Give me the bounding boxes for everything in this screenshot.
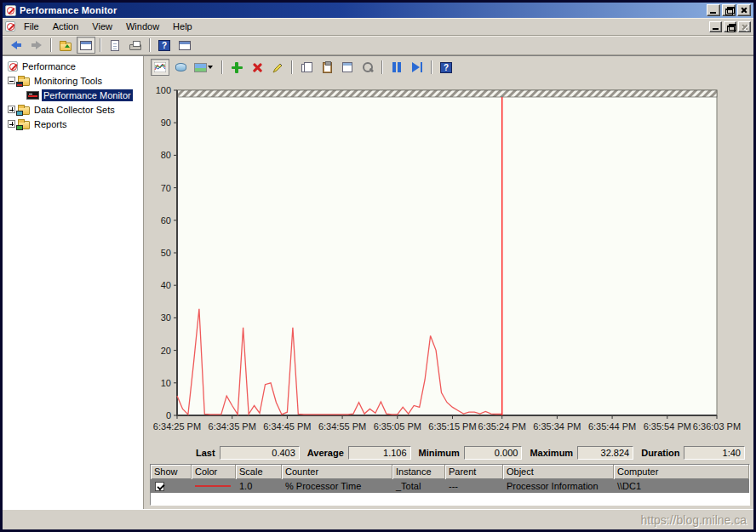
svg-text:0: 0 xyxy=(166,410,171,420)
column-header-scale[interactable]: Scale xyxy=(236,465,282,479)
folder-monitoring-tools-icon xyxy=(18,77,30,86)
svg-text:6:35:05 PM: 6:35:05 PM xyxy=(374,421,421,432)
sidebar-item-label: Performance xyxy=(20,60,77,72)
column-header-computer[interactable]: Computer xyxy=(614,465,749,479)
mdi-minimize-button[interactable] xyxy=(709,21,722,32)
column-header-color[interactable]: Color xyxy=(192,465,236,479)
sidebar-item-performance[interactable]: Performance xyxy=(3,59,143,73)
counter-legend: Show Color Scale Counter Instance Parent… xyxy=(150,464,750,506)
delete-counter-icon[interactable] xyxy=(248,59,266,76)
menu-help[interactable]: Help xyxy=(166,19,199,34)
counter-object-cell: Processor Information xyxy=(503,479,614,493)
toolbar-separator xyxy=(100,38,101,52)
window-controls xyxy=(707,4,751,16)
legend-header: Show Color Scale Counter Instance Parent… xyxy=(151,465,749,479)
svg-text:6:36:03 PM: 6:36:03 PM xyxy=(693,421,741,432)
column-header-instance[interactable]: Instance xyxy=(392,465,445,479)
counter-name-cell: % Processor Time xyxy=(282,479,392,493)
copy-properties-icon[interactable] xyxy=(297,59,316,76)
svg-text:70: 70 xyxy=(161,183,171,193)
chart-help-icon[interactable] xyxy=(437,59,455,76)
properties-icon[interactable] xyxy=(338,59,357,76)
menu-action[interactable]: Action xyxy=(46,19,86,34)
view-log-data-icon[interactable] xyxy=(171,59,190,76)
folder-data-collector-sets-icon xyxy=(18,106,30,115)
column-header-object[interactable]: Object xyxy=(503,465,614,479)
svg-text:100: 100 xyxy=(156,85,171,95)
paste-counter-list-icon[interactable] xyxy=(318,59,336,76)
sidebar-item-data-collector-sets[interactable]: Data Collector Sets xyxy=(3,102,143,117)
zoom-icon[interactable] xyxy=(358,59,377,76)
svg-text:90: 90 xyxy=(161,117,171,128)
mdi-close-button xyxy=(738,21,751,32)
window-title: Performance Monitor xyxy=(20,5,703,15)
freeze-display-icon[interactable] xyxy=(387,59,406,76)
watermark-text: https://blog.milne.ca xyxy=(640,513,747,527)
svg-text:6:35:34 PM: 6:35:34 PM xyxy=(533,421,581,432)
status-strip: https://blog.milne.ca xyxy=(3,509,753,529)
svg-text:10: 10 xyxy=(161,378,171,388)
svg-text:40: 40 xyxy=(161,280,171,290)
performance-monitor-window: Performance Monitor File Action View Win… xyxy=(0,0,756,532)
folder-reports-icon xyxy=(18,121,30,129)
sidebar-item-reports[interactable]: Reports xyxy=(3,117,143,131)
expand-icon[interactable] xyxy=(8,106,15,113)
show-hide-action-pane-icon[interactable] xyxy=(175,37,194,54)
mdi-restore-button[interactable] xyxy=(724,21,736,32)
show-checkbox[interactable] xyxy=(155,482,164,491)
show-hide-console-tree-icon[interactable] xyxy=(77,37,95,54)
stat-value: 1:40 xyxy=(684,446,745,460)
svg-text:6:35:54 PM: 6:35:54 PM xyxy=(644,421,691,432)
svg-text:6:35:24 PM: 6:35:24 PM xyxy=(478,421,526,432)
graph-type-dropdown-icon[interactable] xyxy=(208,66,213,72)
view-current-activity-icon[interactable] xyxy=(151,59,169,76)
minimize-button[interactable] xyxy=(707,4,720,16)
up-one-level-icon[interactable] xyxy=(56,37,75,54)
column-header-parent[interactable]: Parent xyxy=(445,465,503,479)
back-icon[interactable] xyxy=(7,37,26,54)
export-list-icon[interactable] xyxy=(106,37,124,54)
svg-text:20: 20 xyxy=(161,346,171,356)
restore-button[interactable] xyxy=(722,4,736,16)
svg-text:6:34:35 PM: 6:34:35 PM xyxy=(209,421,256,432)
mdi-window-controls xyxy=(709,21,751,32)
chart-toolbar xyxy=(146,56,753,78)
stat-label: Duration xyxy=(641,448,679,458)
legend-empty-area xyxy=(151,493,749,505)
update-data-icon[interactable] xyxy=(408,59,427,76)
counter-show-cell xyxy=(151,479,192,493)
close-button[interactable] xyxy=(737,4,751,16)
expand-icon[interactable] xyxy=(8,120,15,128)
toolbar-separator xyxy=(221,60,223,74)
console-tree: Performance Monitoring Tools Performance… xyxy=(3,56,144,509)
menu-view[interactable]: View xyxy=(85,19,119,34)
change-graph-type-icon[interactable] xyxy=(192,59,217,76)
title-bar: Performance Monitor xyxy=(3,3,753,18)
stat-value: 0.000 xyxy=(464,446,523,460)
menu-window[interactable]: Window xyxy=(119,19,166,34)
chart-region: 01020304050607080901006:34:25 PM6:34:35 … xyxy=(146,78,753,443)
add-counter-icon[interactable] xyxy=(227,59,246,76)
sidebar-item-performance-monitor[interactable]: Performance Monitor xyxy=(3,88,143,102)
performance-icon xyxy=(8,61,18,72)
counter-row[interactable]: 1.0 % Processor Time _Total --- Processo… xyxy=(151,479,749,493)
collapse-icon[interactable] xyxy=(8,77,15,84)
help-icon[interactable] xyxy=(155,37,174,54)
stat-duration: Duration 1:40 xyxy=(641,446,745,460)
print-icon[interactable] xyxy=(126,37,145,54)
app-icon xyxy=(5,5,16,16)
column-header-counter[interactable]: Counter xyxy=(282,465,392,479)
toolbar-separator xyxy=(291,60,293,74)
stat-average: Average 1.106 xyxy=(307,446,411,460)
sidebar-item-monitoring-tools[interactable]: Monitoring Tools xyxy=(3,73,143,88)
menu-bar: File Action View Window Help xyxy=(3,18,753,36)
forward-icon[interactable] xyxy=(27,37,46,54)
svg-text:6:34:25 PM: 6:34:25 PM xyxy=(153,421,201,432)
mdi-system-icon[interactable] xyxy=(5,21,15,31)
sidebar-item-label: Monitoring Tools xyxy=(32,75,104,87)
main-area: Performance Monitoring Tools Performance… xyxy=(3,55,753,509)
stat-value: 32.824 xyxy=(577,446,633,460)
column-header-show[interactable]: Show xyxy=(151,465,192,479)
menu-file[interactable]: File xyxy=(17,19,46,34)
highlight-icon[interactable] xyxy=(268,59,287,76)
